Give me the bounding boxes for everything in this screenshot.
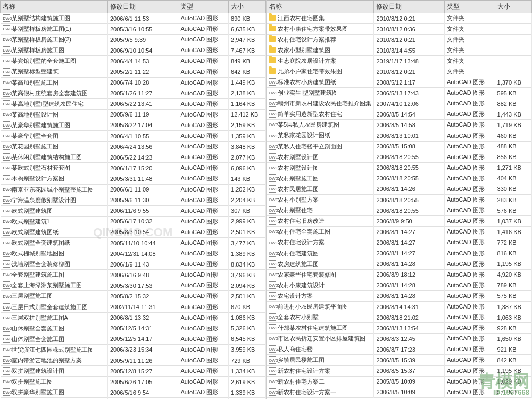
right-header-size[interactable]: 大小 <box>495 1 531 13</box>
table-row[interactable]: DWG某别墅样板房施工图2006/9/10 10:54AutoCAD 图形7,4… <box>1 45 266 56</box>
table-row[interactable]: DWG农村别墅住宅2006/8/18 20:55AutoCAD 图形576 KB <box>267 205 532 216</box>
file-name[interactable]: DWG创业实生I型别墅建筑图 <box>267 88 374 98</box>
left-header-size[interactable]: 大小 <box>229 1 265 13</box>
table-row[interactable]: DWG某5层私人农民房建筑图2006/8/5 14:58AutoCAD 图形1,… <box>267 120 532 130</box>
file-name[interactable]: DWG欧式别墅全套建筑图纸 <box>1 237 108 248</box>
file-name[interactable]: DWG农村小别墅方案 <box>267 195 374 205</box>
file-name[interactable]: DWG某高地别墅I型建筑农民住宅 <box>1 98 108 109</box>
table-row[interactable]: DWG某高加别墅施工图2006/7/4 10:28AutoCAD 图形1,449… <box>1 77 266 88</box>
table-row[interactable]: DWG农房建筑施工图2006/8/1 14:28AutoCAD 图形1,195 … <box>267 259 532 269</box>
file-name[interactable]: DWG某高加别墅施工图 <box>1 77 108 88</box>
table-row[interactable]: DWG创业实生I型别墅建筑图2006/5/13 17:43AutoCAD 图形5… <box>267 88 532 98</box>
table-row[interactable]: DWG标准农村小房建筑图纸2008/5/12 1:17AutoCAD 图形1,3… <box>267 77 532 88</box>
file-name[interactable]: DWG农村小康建筑设计 <box>267 280 374 290</box>
table-row[interactable]: DWG全套农村小别墅2006/8/18 21:02AutoCAD 图形1,063… <box>267 312 532 323</box>
file-name[interactable]: DWG欧式槐城别墅地图图 <box>1 248 108 259</box>
table-row[interactable]: 农村住宅设计方案推荐2010/8/12 0:21文件夹 <box>267 35 532 45</box>
table-row[interactable]: DWG农宅设计方案2006/8/1 14:28AutoCAD 图形575 KB <box>267 290 532 301</box>
file-name[interactable]: DWG某5层私人农民房建筑图 <box>267 120 374 130</box>
file-name[interactable]: DWG双拼豪华别墅施工图 <box>1 387 108 398</box>
table-row[interactable]: DWG农家豪华住宅套装修图2006/8/9 18:12AutoCAD 图形4,9… <box>267 269 532 280</box>
file-name[interactable]: DWG全套别墅建筑施工图 <box>1 270 108 280</box>
table-row[interactable]: 农家小型别墅建筑图2010/3/14 4:55文件夹 <box>267 45 532 56</box>
table-row[interactable]: DWG农村别墅设计图2006/8/18 20:55AutoCAD 图形1,271… <box>267 162 532 173</box>
table-row[interactable]: DWG某私家花园设计图纸2006/8/13 10:01AutoCAD 图形460… <box>267 130 532 141</box>
file-name[interactable]: DWG欧式别墅建筑1 <box>1 216 108 227</box>
table-row[interactable]: DWG某豪华别墅全套图2006/4/1 10:55AutoCAD 图形1,359… <box>1 131 266 142</box>
file-name[interactable]: DWG双拼别墅施工图 <box>1 377 108 387</box>
table-row[interactable]: DWG农村别墅设计图2006/8/18 20:55AutoCAD 图形856 K… <box>267 152 532 162</box>
file-name[interactable]: DWG新农村住宅设计方案一 <box>267 387 374 397</box>
file-name[interactable]: DWG私人商住宅楼 <box>267 344 374 355</box>
table-row[interactable]: DWG什邡某农村住宅建筑施工图2006/8/13 13:54AutoCAD 图形… <box>267 323 532 334</box>
file-name[interactable]: DWG某别墅样板房施工图(1) <box>1 24 108 35</box>
file-name[interactable]: DWG某宾馆别墅的全套施工图 <box>1 56 108 66</box>
table-row[interactable]: DWG新农村住宅设计方案2006/8/5 15:37AutoCAD 图形1,19… <box>267 365 532 376</box>
file-name[interactable]: DWG山休别墅全套施工图 <box>1 323 108 334</box>
file-name[interactable]: DWG农村别墅施工图 <box>267 173 374 184</box>
table-row[interactable]: DWG双拼别墅施工图2005/6/26 17:05AutoCAD 图形2,619… <box>1 377 266 387</box>
table-row[interactable]: DWG三层别墅施工图2005/8/2 15:32AutoCAD 图形2,501 … <box>1 291 266 302</box>
file-name[interactable]: 农家小型别墅建筑图 <box>267 45 374 56</box>
file-name[interactable]: DWG新农村住宅方案二 <box>267 376 374 387</box>
file-name[interactable]: DWG某私家花园设计图纸 <box>267 130 374 141</box>
file-name[interactable]: DWG三层日式别墅全套建筑施工图 <box>1 302 108 312</box>
file-name[interactable]: DWG某高地别墅设计图 <box>1 109 108 120</box>
table-row[interactable]: DWG浅墙别墅全套装修柳图2006/1/9 11:43AutoCAD 图形8,8… <box>1 259 266 270</box>
left-header-name[interactable]: 名称 <box>1 1 108 13</box>
table-row[interactable]: DWG市区农民拆迁安置小区排屋建筑图2006/8/3 12:45AutoCAD … <box>267 334 532 344</box>
table-row[interactable]: DWG全套别墅建筑施工图2006/6/16 9:48AutoCAD 图形3,49… <box>1 270 266 280</box>
table-row[interactable]: DWG欧式别墅建筑图2006/11/6 9:55AutoCAD 图形307 KB <box>1 205 266 216</box>
file-name[interactable]: DWG前进村小农民房建筑平面图 <box>267 301 374 312</box>
file-name[interactable]: DWG全套农村小别墅 <box>267 312 374 323</box>
file-name[interactable]: DWG新农村住宅设计方案 <box>267 365 374 376</box>
file-name[interactable]: 农村小康住宅方案带效果图 <box>267 24 374 35</box>
table-row[interactable]: DWG农村小康建筑设计2006/8/1 14:28AutoCAD 图形789 K… <box>267 280 532 290</box>
table-row[interactable]: DWG某别墅样板房施工图(2)2005/9/5 9:39AutoCAD 图形2,… <box>1 35 266 45</box>
right-header-name[interactable]: 名称 <box>267 1 374 13</box>
table-row[interactable]: DWG某高地别墅I型建筑农民住宅2006/5/22 13:41AutoCAD 图… <box>1 98 266 109</box>
file-name[interactable]: DWG农村民居施工图 <box>267 184 374 194</box>
table-row[interactable]: DWG木构别墅设计方案图2005/3/31 11:48AutoCAD 图形143… <box>1 173 266 184</box>
file-name[interactable]: DWG山体别墅全套施工图 <box>1 334 108 344</box>
file-name[interactable]: DWG农村住宅设计方案 <box>267 237 374 248</box>
file-name[interactable]: DWG某豪华别墅建筑施工图 <box>1 120 108 130</box>
table-row[interactable]: DWG某高地别墅设计图2005/9/6 11:19AutoCAD 图形12,41… <box>1 109 266 120</box>
table-row[interactable]: DWG三层双拼别墅施工图A2006/8/1 13:32AutoCAD 图形1,0… <box>1 312 266 323</box>
table-row[interactable]: DWG欧式槐城别墅地图图2004/12/31 14:08AutoCAD 图形1,… <box>1 248 266 259</box>
table-row[interactable]: DWG私人商住宅楼2006/8/7 17:23AutoCAD 图形921 KB <box>267 344 532 355</box>
file-name[interactable]: DWG欧式别墅建筑图纸 <box>1 227 108 237</box>
file-name[interactable]: DWG农村住宅建筑图 <box>267 248 374 259</box>
file-name[interactable]: DWG某花园别墅施工图 <box>1 142 108 152</box>
table-row[interactable]: DWG某休闲别墅建筑结构施工图2006/5/22 14:23AutoCAD 图形… <box>1 152 266 163</box>
file-name[interactable]: DWG双拼别墅建筑设计图 <box>1 366 108 377</box>
table-row[interactable]: DWG前进村小农民房建筑平面图2006/8/14 14:31AutoCAD 图形… <box>267 301 532 312</box>
left-header-date[interactable]: 修改日期 <box>107 1 178 13</box>
table-row[interactable]: DWG赣州市新农村建设农民住宅推介图集2007/4/10 12:06AutoCA… <box>267 98 532 109</box>
table-row[interactable]: DWG某私人住宅楼平立剖面图2006/8/5 15:08AutoCAD 图形48… <box>267 141 532 152</box>
table-row[interactable]: DWG欧式别墅建筑图纸2005/8/3 10:54AutoCAD 图形2,501… <box>1 227 266 237</box>
file-name[interactable]: DWG某别墅样板房施工图 <box>1 45 108 56</box>
file-name[interactable]: 江西农村住宅图集 <box>267 13 374 24</box>
table-row[interactable]: DWG某别墅结构建筑施工图2006/6/1 11:53AutoCAD 图形890… <box>1 13 266 24</box>
file-name[interactable]: DWG三层别墅施工图 <box>1 291 108 302</box>
file-name[interactable]: DWG木构别墅设计方案图 <box>1 173 108 184</box>
file-name[interactable]: 农村住宅设计方案推荐 <box>267 35 374 45</box>
file-name[interactable]: DWG农村别墅设计图 <box>267 152 374 162</box>
table-row[interactable]: DWG山休别墅全套施工图2005/12/5 14:31AutoCAD 图形5,3… <box>1 323 266 334</box>
table-row[interactable]: DWG宁海温泉度假别墅设计图2005/9/6 11:30AutoCAD 图形2,… <box>1 195 266 205</box>
table-row[interactable]: DWG新农村住宅方案二2005/8/5 10:09AutoCAD 图形1,029… <box>267 376 532 387</box>
file-name[interactable]: DWG宁海温泉度假别墅设计图 <box>1 195 108 205</box>
left-header-type[interactable]: 类型 <box>178 1 229 13</box>
table-row[interactable]: DWG某高假村庄统套房全套建筑图2005/1/26 11:27AutoCAD 图… <box>1 88 266 98</box>
file-name[interactable]: DWG农村住宅旧房改造 <box>267 216 374 227</box>
table-row[interactable]: DWG乡镇居民楼施工图2006/8/5 15:39AutoCAD 图形842 K… <box>267 355 532 365</box>
table-row[interactable]: DWG全套上海绿洲某别墅施工图2005/3/30 17:53AutoCAD 图形… <box>1 280 266 291</box>
file-name[interactable]: DWG某豪华别墅全套图 <box>1 131 108 142</box>
table-row[interactable]: DWG新农村住宅设计方案一2006/8/5 10:09AutoCAD 图形576… <box>267 387 532 397</box>
table-row[interactable]: DWG农村住宅全套施工图2006/8/1 14:27AutoCAD 图形1,41… <box>267 227 532 237</box>
table-row[interactable]: DWG欧式别墅建筑12005/6/17 10:32AutoCAD 图形2,999… <box>1 216 266 227</box>
table-row[interactable]: DWG室内带游艺地池的别墅方案2005/9/11 11:26AutoCAD 图形… <box>1 355 266 366</box>
table-row[interactable]: 江西农村住宅图集2010/8/12 0:21文件夹 <box>267 13 532 24</box>
file-name[interactable]: DWG某私人住宅楼平立剖面图 <box>267 141 374 152</box>
